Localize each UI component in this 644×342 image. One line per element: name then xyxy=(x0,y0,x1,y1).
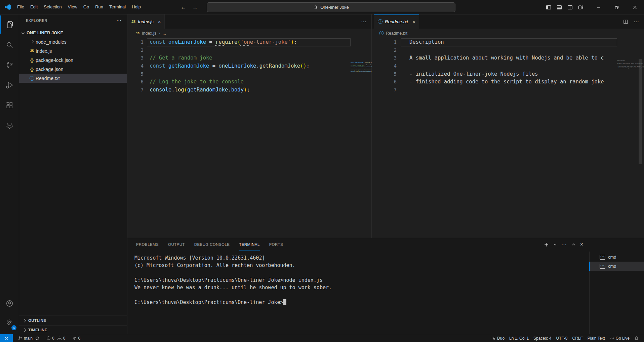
breadcrumb[interactable]: JS Index.js › ... xyxy=(127,29,371,38)
command-center-search[interactable]: One-liner Joke xyxy=(207,2,455,12)
remote-indicator[interactable] xyxy=(0,334,13,342)
run-debug-icon[interactable] xyxy=(0,75,19,95)
back-arrow-icon[interactable]: ← xyxy=(177,4,189,11)
minimize-button[interactable] xyxy=(590,0,608,14)
menu-help[interactable]: Help xyxy=(129,2,144,12)
close-window-button[interactable] xyxy=(626,0,644,14)
split-editor-icon[interactable] xyxy=(623,19,628,24)
code-line[interactable]: 1const oneLinerJoke = require('one-liner… xyxy=(127,38,351,46)
text-line[interactable]: 2 xyxy=(372,46,617,54)
info-icon: i xyxy=(29,76,35,81)
menu-go[interactable]: Go xyxy=(80,2,92,12)
toggle-secondary-sidebar-icon[interactable] xyxy=(565,0,575,14)
terminal-session-cmd[interactable]: C:\cmd xyxy=(590,262,644,271)
menu-edit[interactable]: Edit xyxy=(27,2,41,12)
code-line[interactable]: 4const getRandomJoke = oneLinerJoke.getR… xyxy=(127,62,351,70)
warning-count: 0 xyxy=(63,336,66,341)
tab-readme[interactable]: i Readme.txt × xyxy=(374,14,419,29)
new-terminal-icon[interactable] xyxy=(544,242,549,247)
chevron-right-icon xyxy=(30,40,34,44)
source-control-icon[interactable] xyxy=(0,55,19,75)
code-text: console.log(getRandomJoke.body); xyxy=(150,86,250,94)
sidebar-more-icon[interactable]: ⋯ xyxy=(116,17,122,24)
close-tab-icon[interactable]: × xyxy=(158,19,161,25)
branch-status-item[interactable]: main xyxy=(15,334,42,342)
account-icon[interactable] xyxy=(0,294,19,312)
file-row-package.json[interactable]: {}package.json xyxy=(19,65,127,74)
breadcrumb[interactable]: i Readme.txt xyxy=(372,29,644,38)
toggle-sidebar-icon[interactable] xyxy=(543,0,554,14)
outline-section-header[interactable]: OUTLINE xyxy=(19,315,127,326)
text-line[interactable]: 6- finished adding code to the script to… xyxy=(372,78,617,86)
line-number: 7 xyxy=(372,86,397,94)
file-row-node_modules[interactable]: node_modules xyxy=(19,37,127,46)
text-line[interactable]: 4 xyxy=(372,62,617,70)
code-line[interactable]: 5 xyxy=(127,70,351,78)
terminal-session-list: C:\cmdC:\cmd xyxy=(589,252,644,334)
code-line[interactable]: 2 xyxy=(127,46,351,54)
menu-selection[interactable]: Selection xyxy=(41,2,65,12)
eol: CRLF xyxy=(572,336,582,341)
code-line[interactable]: 7console.log(getRandomJoke.body); xyxy=(127,86,351,94)
settings-gear-icon[interactable]: 1 xyxy=(0,313,19,331)
text-editor-readme[interactable]: 1Description23A small application about … xyxy=(372,38,617,94)
terminal-line: Microsoft Windows [Version 10.0.22631.46… xyxy=(134,254,332,262)
panel-tab-problems[interactable]: PROBLEMS xyxy=(136,238,159,251)
editor-actions-icon[interactable]: ⋯ xyxy=(361,18,367,25)
editor-actions-icon[interactable]: ⋯ xyxy=(634,18,639,25)
code-line[interactable]: 3// Get a random joke xyxy=(127,54,351,62)
duo-status-item[interactable]: Duo xyxy=(489,334,507,342)
menu-run[interactable]: Run xyxy=(92,2,106,12)
panel-tab-ports[interactable]: PORTS xyxy=(269,238,283,251)
cursor-position-item[interactable]: Ln 1, Col 1 xyxy=(507,334,531,342)
maximize-panel-icon[interactable] xyxy=(571,242,576,247)
text-line[interactable]: 3A small application about working with … xyxy=(372,54,617,62)
language-mode-item[interactable]: Plain Text xyxy=(585,334,607,342)
terminal-profile-dropdown-icon[interactable] xyxy=(553,243,557,246)
panel-tab-terminal[interactable]: TERMINAL xyxy=(239,238,259,251)
tab-indexjs[interactable]: JS Index.js × xyxy=(127,14,165,29)
code-editor-indexjs[interactable]: 1const oneLinerJoke = require('one-liner… xyxy=(127,38,351,94)
menu-terminal[interactable]: Terminal xyxy=(106,2,129,12)
tab-bar-2: i Readme.txt × ⋯ xyxy=(372,14,644,29)
indentation-item[interactable]: Spaces: 4 xyxy=(531,334,554,342)
text-line[interactable]: 7 xyxy=(372,86,617,94)
terminal-output[interactable]: Microsoft Windows [Version 10.0.22631.46… xyxy=(134,254,332,306)
close-tab-icon[interactable]: × xyxy=(412,19,415,25)
close-panel-icon[interactable]: × xyxy=(580,241,583,248)
customize-layout-icon[interactable] xyxy=(575,0,586,14)
vertical-scrollbar[interactable] xyxy=(639,59,642,164)
panel-tab-debug-console[interactable]: DEBUG CONSOLE xyxy=(194,238,230,251)
minimap[interactable]: Description A small application about wo… xyxy=(617,60,639,70)
search-sidebar-icon[interactable] xyxy=(0,35,19,55)
text-line[interactable]: 1Description xyxy=(372,38,617,46)
minimap[interactable]: const oneLinerJoke = require('one-liner-… xyxy=(351,62,371,72)
extensions-icon[interactable] xyxy=(0,95,19,115)
go-live-item[interactable]: Go Live xyxy=(607,334,632,342)
toggle-panel-icon[interactable] xyxy=(554,0,565,14)
restore-button[interactable] xyxy=(608,0,626,14)
timeline-section-header[interactable]: TIMELINE xyxy=(19,326,127,334)
text-content: Description xyxy=(409,38,444,46)
panel-tab-output[interactable]: OUTPUT xyxy=(168,238,185,251)
tab-title: Index.js xyxy=(138,19,154,24)
text-line[interactable]: 5- initialized One-liner-joke Nodejs fil… xyxy=(372,70,617,78)
file-row-Readme.txt[interactable]: iReadme.txt xyxy=(19,74,127,83)
problems-status-item[interactable]: 0 0 xyxy=(44,334,68,342)
terminal-session-cmd[interactable]: C:\cmd xyxy=(590,253,644,262)
notifications-bell-item[interactable] xyxy=(632,334,641,342)
encoding-item[interactable]: UTF-8 xyxy=(554,334,570,342)
code-line[interactable]: 6// Log the joke to the console xyxy=(127,78,351,86)
code-text: // Log the joke to the console xyxy=(150,78,244,86)
menu-file[interactable]: File xyxy=(14,2,27,12)
panel-more-icon[interactable]: ⋯ xyxy=(561,241,567,248)
file-row-package-lock.json[interactable]: {}package-lock.json xyxy=(19,55,127,65)
ports-status-item[interactable]: 0 xyxy=(70,334,83,342)
forward-arrow-icon[interactable]: → xyxy=(189,4,201,11)
explorer-icon[interactable] xyxy=(0,14,19,35)
file-row-Index.js[interactable]: JSIndex.js xyxy=(19,46,127,55)
eol-item[interactable]: CRLF xyxy=(570,334,585,342)
menu-view[interactable]: View xyxy=(65,2,80,12)
project-root-row[interactable]: ONE-LINER JOKE xyxy=(19,29,127,37)
gitlab-workflow-icon[interactable] xyxy=(0,115,19,136)
